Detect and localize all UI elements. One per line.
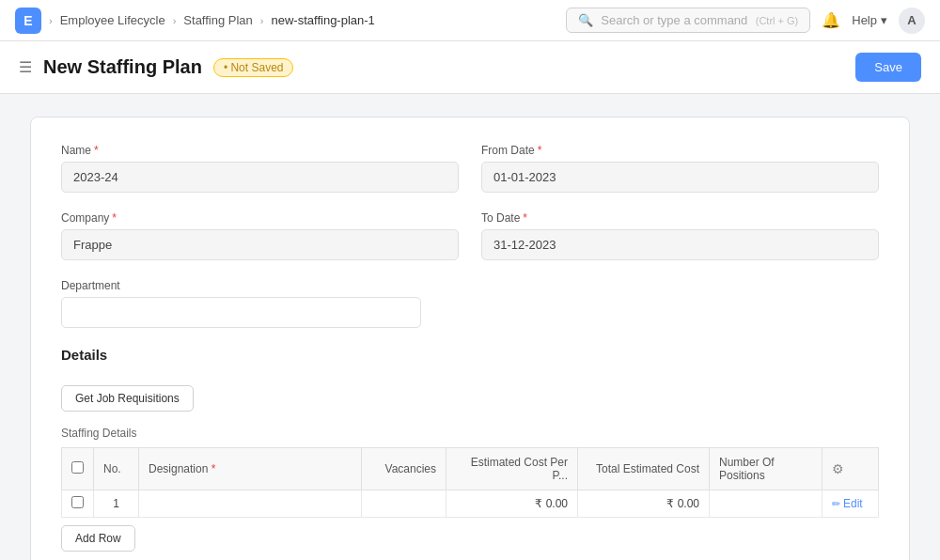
- col-header-checkbox: [62, 448, 94, 490]
- from-date-required-star: *: [538, 144, 542, 157]
- staffing-details-table: No. Designation * Vacancies Estimated Co…: [61, 447, 879, 518]
- sub-header: ☰ New Staffing Plan • Not Saved Save: [0, 41, 940, 94]
- company-input[interactable]: [61, 229, 459, 260]
- breadcrumb-chevron-1: ›: [49, 15, 53, 26]
- col-header-vacancies: Vacancies: [362, 448, 446, 490]
- row-designation-cell[interactable]: [139, 490, 362, 518]
- col-header-total-est-cost: Total Estimated Cost: [578, 448, 710, 490]
- to-date-required-star: *: [523, 211, 527, 225]
- help-label: Help: [852, 13, 877, 27]
- search-icon: 🔍: [578, 13, 593, 27]
- row-checkbox-cell: [62, 490, 94, 518]
- row-edit-link[interactable]: ✏ Edit: [832, 497, 869, 510]
- details-section-heading: Details: [61, 347, 879, 370]
- row-num-positions-cell: [710, 490, 822, 518]
- from-date-input[interactable]: [481, 162, 879, 193]
- sidebar-toggle-icon[interactable]: ☰: [19, 58, 32, 76]
- row-checkbox[interactable]: [71, 496, 84, 508]
- company-group: Company *: [61, 211, 459, 260]
- breadcrumb-employee-lifecycle[interactable]: Employee Lifecycle: [60, 13, 165, 27]
- user-avatar[interactable]: A: [899, 8, 925, 34]
- form-row-company-todate: Company * To Date *: [61, 211, 879, 260]
- edit-icon: ✏: [832, 498, 840, 510]
- breadcrumb-chevron-2: ›: [173, 15, 177, 26]
- name-group: Name *: [61, 144, 459, 193]
- breadcrumb-chevron-3: ›: [260, 15, 264, 26]
- table-row: 1 ₹ 0.00 ₹ 0.00 ✏ Edit: [62, 490, 879, 518]
- app-logo[interactable]: E: [15, 8, 41, 34]
- breadcrumb-staffing-plan[interactable]: Staffing Plan: [183, 13, 252, 27]
- page-title: New Staffing Plan: [43, 56, 202, 78]
- department-group: Department: [61, 279, 879, 328]
- save-button[interactable]: Save: [855, 53, 921, 82]
- select-all-checkbox[interactable]: [71, 461, 84, 474]
- form-row-name-fromdate: Name * From Date *: [61, 144, 879, 193]
- search-bar[interactable]: 🔍 Search or type a command (Ctrl + G): [566, 8, 810, 33]
- company-label: Company *: [61, 211, 459, 225]
- col-header-designation: Designation *: [139, 448, 362, 490]
- name-input[interactable]: [61, 162, 459, 193]
- get-job-requisitions-button[interactable]: Get Job Requisitions: [61, 385, 194, 412]
- row-total-est-cost-cell: ₹ 0.00: [578, 490, 710, 518]
- from-date-label: From Date *: [481, 144, 879, 157]
- staffing-details-label: Staffing Details: [61, 427, 879, 440]
- top-nav: E › Employee Lifecycle › Staffing Plan ›…: [0, 0, 940, 41]
- search-placeholder: Search or type a command: [601, 13, 747, 27]
- breadcrumb-current: new-staffing-plan-1: [272, 13, 375, 27]
- col-header-no: No.: [94, 448, 139, 490]
- not-saved-badge: • Not Saved: [213, 58, 294, 77]
- row-est-cost-per-cell: ₹ 0.00: [446, 490, 578, 518]
- help-chevron-icon: ▾: [881, 13, 887, 27]
- name-required-star: *: [94, 144, 99, 157]
- edit-label: Edit: [843, 497, 863, 510]
- name-label: Name *: [61, 144, 459, 157]
- col-header-actions: ⚙: [822, 448, 879, 490]
- from-date-group: From Date *: [481, 144, 879, 193]
- company-required-star: *: [112, 211, 117, 225]
- to-date-label: To Date *: [481, 211, 879, 225]
- table-settings-icon[interactable]: ⚙: [832, 461, 844, 476]
- department-input[interactable]: [61, 297, 421, 328]
- row-actions-cell: ✏ Edit: [822, 490, 879, 518]
- notification-bell-icon[interactable]: 🔔: [822, 11, 840, 29]
- col-header-num-positions: Number Of Positions: [710, 448, 822, 490]
- to-date-input[interactable]: [481, 229, 879, 260]
- row-vacancies-cell: [362, 490, 446, 518]
- department-label: Department: [61, 279, 879, 292]
- help-button[interactable]: Help ▾: [852, 13, 887, 27]
- row-no-cell: 1: [94, 490, 139, 518]
- form-card: Name * From Date * Company *: [30, 117, 910, 560]
- search-shortcut: (Ctrl + G): [756, 15, 799, 26]
- add-row-button[interactable]: Add Row: [61, 525, 135, 552]
- col-header-est-cost-per: Estimated Cost Per P...: [446, 448, 578, 490]
- main-content: Name * From Date * Company *: [0, 94, 940, 560]
- to-date-group: To Date *: [481, 211, 879, 260]
